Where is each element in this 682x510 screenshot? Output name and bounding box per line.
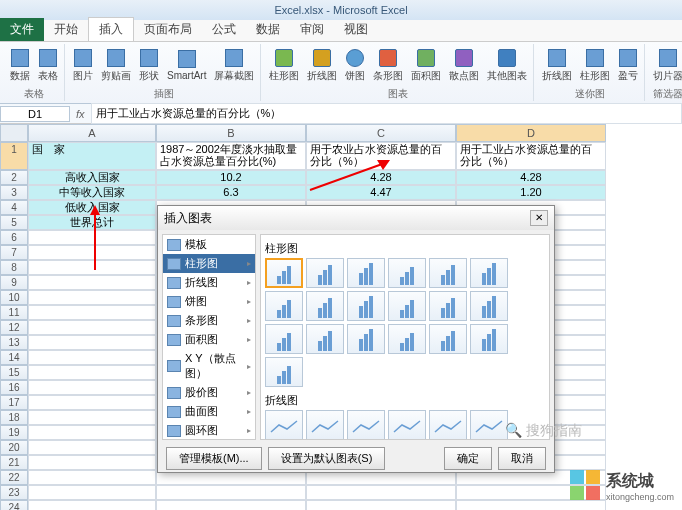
ribbon-条形图[interactable]: 条形图 [370, 47, 406, 85]
row-head-21[interactable]: 21 [0, 455, 28, 470]
cell-7-A[interactable] [28, 245, 156, 260]
row-head-14[interactable]: 14 [0, 350, 28, 365]
row-head-11[interactable]: 11 [0, 305, 28, 320]
cell-3-B[interactable]: 6.3 [156, 185, 306, 200]
ribbon-饼图[interactable]: 饼图 [342, 47, 368, 85]
tab-插入[interactable]: 插入 [88, 17, 134, 41]
ribbon-形状[interactable]: 形状 [136, 47, 162, 85]
chart-option-柱形图-8[interactable] [347, 291, 385, 321]
cell-24-B[interactable] [156, 500, 306, 510]
row-head-20[interactable]: 20 [0, 440, 28, 455]
cell-17-A[interactable] [28, 395, 156, 410]
ribbon-折线图[interactable]: 折线图 [539, 47, 575, 85]
cell-2-A[interactable]: 高收入国家 [28, 170, 156, 185]
row-head-13[interactable]: 13 [0, 335, 28, 350]
cell-3-D[interactable]: 1.20 [456, 185, 606, 200]
cell-12-A[interactable] [28, 320, 156, 335]
cell-9-A[interactable] [28, 275, 156, 290]
cell-16-A[interactable] [28, 380, 156, 395]
tab-页面布局[interactable]: 页面布局 [134, 18, 202, 41]
ribbon-表格[interactable]: 表格 [35, 47, 61, 85]
row-head-8[interactable]: 8 [0, 260, 28, 275]
row-head-3[interactable]: 3 [0, 185, 28, 200]
chart-option-柱形图-18[interactable] [265, 357, 303, 387]
row-head-1[interactable]: 1 [0, 142, 28, 170]
ribbon-散点图[interactable]: 散点图 [446, 47, 482, 85]
cell-3-C[interactable]: 4.47 [306, 185, 456, 200]
chart-option-折线图-3[interactable] [388, 410, 426, 440]
row-head-2[interactable]: 2 [0, 170, 28, 185]
cancel-button[interactable]: 取消 [498, 447, 546, 470]
cell-13-A[interactable] [28, 335, 156, 350]
ribbon-面积图[interactable]: 面积图 [408, 47, 444, 85]
chart-category-折线图[interactable]: 折线图▸ [163, 273, 255, 292]
chart-option-折线图-2[interactable] [347, 410, 385, 440]
chart-option-柱形图-15[interactable] [388, 324, 426, 354]
chart-category-曲面图[interactable]: 曲面图▸ [163, 402, 255, 421]
row-head-23[interactable]: 23 [0, 485, 28, 500]
chart-option-柱形图-4[interactable] [429, 258, 467, 288]
chart-option-柱形图-9[interactable] [388, 291, 426, 321]
ribbon-折线图[interactable]: 折线图 [304, 47, 340, 85]
chart-option-折线图-5[interactable] [470, 410, 508, 440]
chart-option-折线图-4[interactable] [429, 410, 467, 440]
col-head-B[interactable]: B [156, 124, 306, 142]
ribbon-屏幕截图[interactable]: 屏幕截图 [211, 47, 257, 85]
tab-公式[interactable]: 公式 [202, 18, 246, 41]
row-head-17[interactable]: 17 [0, 395, 28, 410]
cell-21-A[interactable] [28, 455, 156, 470]
chart-option-柱形图-1[interactable] [306, 258, 344, 288]
cell-22-A[interactable] [28, 470, 156, 485]
row-head-6[interactable]: 6 [0, 230, 28, 245]
chart-category-X Y（散点图）[interactable]: X Y（散点图）▸ [163, 349, 255, 383]
ribbon-盈亏[interactable]: 盈亏 [615, 47, 641, 85]
ribbon-其他图表[interactable]: 其他图表 [484, 47, 530, 85]
row-head-12[interactable]: 12 [0, 320, 28, 335]
row-head-22[interactable]: 22 [0, 470, 28, 485]
chart-option-折线图-1[interactable] [306, 410, 344, 440]
chart-category-模板[interactable]: 模板 [163, 235, 255, 254]
chart-option-柱形图-12[interactable] [265, 324, 303, 354]
cell-10-A[interactable] [28, 290, 156, 305]
tab-开始[interactable]: 开始 [44, 18, 88, 41]
cell-23-C[interactable] [306, 485, 456, 500]
chart-option-柱形图-5[interactable] [470, 258, 508, 288]
cell-2-C[interactable]: 4.28 [306, 170, 456, 185]
cell-3-A[interactable]: 中等收入国家 [28, 185, 156, 200]
cell-1-B[interactable]: 1987～2002年度淡水抽取量占水资源总量百分比(%) [156, 142, 306, 170]
chart-option-柱形图-14[interactable] [347, 324, 385, 354]
row-head-19[interactable]: 19 [0, 425, 28, 440]
cell-20-A[interactable] [28, 440, 156, 455]
chart-category-面积图[interactable]: 面积图▸ [163, 330, 255, 349]
cell-24-A[interactable] [28, 500, 156, 510]
cell-24-C[interactable] [306, 500, 456, 510]
chart-option-折线图-0[interactable] [265, 410, 303, 440]
cell-23-A[interactable] [28, 485, 156, 500]
row-head-9[interactable]: 9 [0, 275, 28, 290]
set-default-button[interactable]: 设置为默认图表(S) [268, 447, 386, 470]
select-all-corner[interactable] [0, 124, 28, 142]
ribbon-柱形图[interactable]: 柱形图 [577, 47, 613, 85]
cell-6-A[interactable] [28, 230, 156, 245]
row-head-5[interactable]: 5 [0, 215, 28, 230]
cell-1-A[interactable]: 国 家 [28, 142, 156, 170]
formula-bar[interactable]: 用于工业占水资源总量的百分比（%） [91, 103, 682, 124]
cell-11-A[interactable] [28, 305, 156, 320]
ribbon-剪贴画[interactable]: 剪贴画 [98, 47, 134, 85]
cell-1-D[interactable]: 用于工业占水资源总量的百分比（%） [456, 142, 606, 170]
chart-option-柱形图-10[interactable] [429, 291, 467, 321]
row-head-16[interactable]: 16 [0, 380, 28, 395]
tab-审阅[interactable]: 审阅 [290, 18, 334, 41]
name-box[interactable] [0, 106, 70, 122]
chart-option-柱形图-0[interactable] [265, 258, 303, 288]
ok-button[interactable]: 确定 [444, 447, 492, 470]
cell-1-C[interactable]: 用于农业占水资源总量的百分比（%） [306, 142, 456, 170]
tab-file[interactable]: 文件 [0, 18, 44, 41]
fx-icon[interactable]: fx [70, 108, 91, 120]
tab-数据[interactable]: 数据 [246, 18, 290, 41]
row-head-15[interactable]: 15 [0, 365, 28, 380]
chart-option-柱形图-6[interactable] [265, 291, 303, 321]
cell-5-A[interactable]: 世界总计 [28, 215, 156, 230]
close-icon[interactable]: ✕ [530, 210, 548, 226]
cell-18-A[interactable] [28, 410, 156, 425]
